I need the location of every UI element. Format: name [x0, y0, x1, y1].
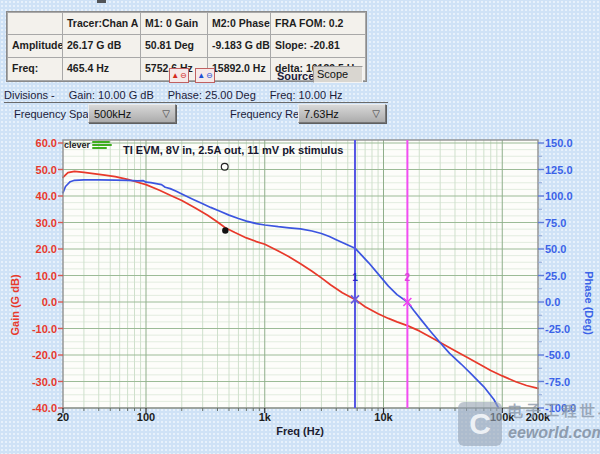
freq-tick-label: 200k [526, 411, 551, 423]
frequency-span-value: 500kHz [94, 108, 131, 120]
frequency-span-label: Frequency Span [14, 108, 95, 120]
phase-tick-label: 75.0 [545, 217, 566, 229]
gain-tick-label: -40.0 [32, 402, 57, 414]
gain-tick-label: 0.0 [42, 296, 57, 308]
freq-tick-label: 20 [57, 411, 69, 423]
dropdown-arrow-icon: ▽ [372, 108, 380, 119]
dropdown-arrow-icon: ▽ [162, 108, 170, 119]
gain-tracer-button[interactable]: ▲ ⊖ [169, 68, 189, 83]
frequency-span-dropdown[interactable]: 500kHz ▽ [88, 104, 176, 123]
row-label-freq: Freq: [8, 58, 63, 81]
cursor-1-label: 1 [352, 272, 358, 283]
frequency-res-value: 7.63Hz [304, 108, 339, 120]
gain-tick-label: 20.0 [36, 243, 57, 255]
table-corner-cell [8, 13, 63, 35]
phase-tick-label: 50.0 [545, 243, 566, 255]
freq-tick-label: 100 [137, 411, 155, 423]
freq-axis-title: Freq (Hz) [276, 425, 324, 437]
divisions-title: Divisions - [4, 89, 55, 101]
phase-tick-label: -25.0 [545, 323, 570, 335]
divisions-gain: Gain: 10.00 G dB [69, 89, 154, 101]
amplitude-m1-value: 50.81 Deg [141, 35, 208, 58]
blue-triangle-icon: ▲ [197, 72, 205, 80]
freq-tick-label: 1k [259, 411, 272, 423]
chart-annotation-title: TI EVM, 8V in, 2.5A out, 11 mV pk stimul… [123, 144, 343, 156]
divisions-bar: Divisions - Gain: 10.00 G dB Phase: 25.0… [4, 89, 388, 103]
gain-tick-label: 40.0 [36, 190, 57, 202]
source-label: Source: [277, 70, 318, 82]
phase-tick-label: -75.0 [545, 376, 570, 388]
slope-value: Slope: -20.81 [271, 35, 366, 58]
phase-tick-label: 25.0 [545, 270, 566, 282]
divisions-freq: Freq: 10.00 Hz [270, 89, 343, 101]
col-header-tracer: Tracer:Chan A [63, 13, 141, 35]
phase-tick-label: 125.0 [545, 164, 573, 176]
freq-tracer-value: 465.4 Hz [63, 58, 141, 81]
fra-analyzer-window: Tracer:Chan A M1: 0 Gain M2:0 Phase FRA … [0, 0, 600, 454]
red-triangle-icon: ▲ [171, 72, 179, 80]
blue-marker-icon: ⊖ [206, 72, 213, 80]
gain-tick-label: -20.0 [32, 349, 57, 361]
amplitude-tracer-value: 26.17 G dB [63, 35, 141, 58]
col-header-m2: M2:0 Phase [208, 13, 271, 35]
row-label-amplitude: Amplitude: [8, 35, 63, 58]
phase-tracer-button[interactable]: ▲ ⊖ [195, 68, 215, 83]
gain-tick-label: -10.0 [32, 323, 57, 335]
gain-tick-label: 60.0 [36, 137, 57, 149]
phase-tick-label: 150.0 [545, 137, 573, 149]
col-header-m1: M1: 0 Gain [141, 13, 208, 35]
gain-axis-title: Gain (G dB) [9, 274, 21, 335]
divisions-phase: Phase: 25.00 Deg [168, 89, 256, 101]
red-marker-icon: ⊖ [180, 72, 187, 80]
logo-text: clever [64, 140, 90, 150]
phase-tick-label: -50.0 [545, 349, 570, 361]
freq-m2-value: 15892.0 Hz [208, 58, 271, 81]
phase-axis-title: Phase (Deg) [583, 271, 595, 335]
frequency-res-dropdown[interactable]: 7.63Hz ▽ [298, 104, 386, 123]
gain-tick-label: 10.0 [36, 270, 57, 282]
freq-tick-label: 100k [490, 411, 515, 423]
gain-tick-label: 50.0 [36, 164, 57, 176]
freq-tick-label: 10k [374, 411, 393, 423]
tracer-dot-marker[interactable] [222, 227, 228, 233]
frequency-res-label: Frequency Res [230, 108, 305, 120]
phase-tick-label: 0.0 [545, 296, 560, 308]
col-header-fra-fom: FRA FOM: 0.2 [271, 13, 366, 35]
phase-tick-label: 100.0 [545, 190, 573, 202]
amplitude-m2-value: -9.183 G dB [208, 35, 271, 58]
gain-tick-label: -30.0 [32, 376, 57, 388]
gain-tick-label: 30.0 [36, 217, 57, 229]
cursor-2-label: 2 [405, 272, 411, 283]
source-value[interactable]: Scope [313, 66, 363, 83]
cleverscope-logo: clever [64, 140, 112, 150]
logo-waves-icon [92, 140, 112, 150]
